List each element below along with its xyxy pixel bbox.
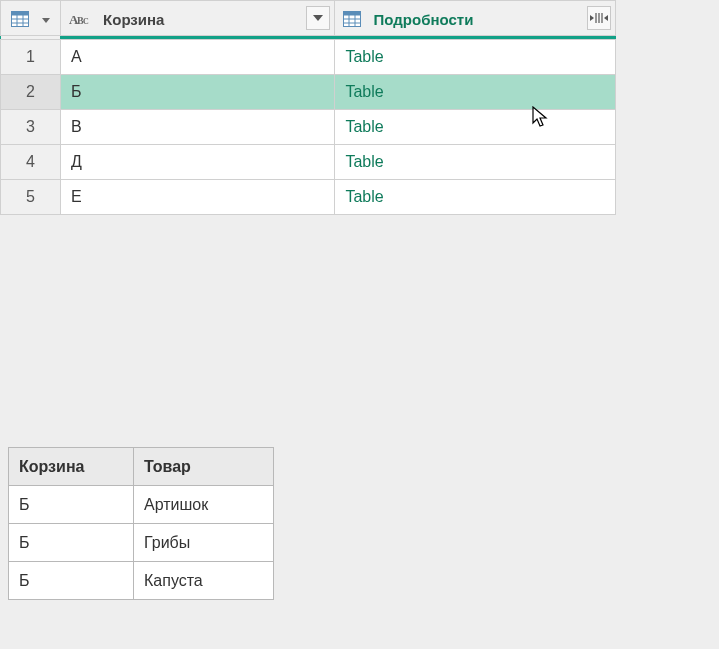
expand-icon <box>590 12 608 24</box>
row-number-cell[interactable]: 2 <box>1 75 61 110</box>
expand-column-button[interactable] <box>587 6 611 30</box>
data-cell[interactable]: Е <box>60 180 335 215</box>
table-row[interactable]: 3ВTable <box>1 110 616 145</box>
text-type-icon: A B C <box>69 11 91 27</box>
data-cell[interactable]: В <box>60 110 335 145</box>
preview-cell[interactable]: Б <box>9 486 134 524</box>
table-link-cell[interactable]: Table <box>335 40 616 75</box>
column-header-podrobnosti[interactable]: Подробности <box>335 1 616 36</box>
table-type-icon <box>343 11 361 27</box>
data-cell[interactable]: Д <box>60 145 335 180</box>
svg-rect-10 <box>344 11 361 15</box>
table-row[interactable]: 2БTable <box>1 75 616 110</box>
preview-header-row: Корзина Товар <box>9 448 274 486</box>
table-row[interactable]: 4ДTable <box>1 145 616 180</box>
preview-cell[interactable]: Б <box>9 562 134 600</box>
table-link-cell[interactable]: Table <box>335 145 616 180</box>
svg-rect-1 <box>12 11 29 15</box>
main-area: A B C Корзина <box>0 0 719 215</box>
preview-column-header[interactable]: Товар <box>134 448 274 486</box>
preview-cell[interactable]: Капуста <box>134 562 274 600</box>
header-row: A B C Корзина <box>1 1 616 36</box>
preview-column-header[interactable]: Корзина <box>9 448 134 486</box>
column-header-korzina[interactable]: A B C Корзина <box>60 1 335 36</box>
main-data-grid: A B C Корзина <box>0 0 616 215</box>
table-icon <box>11 11 29 27</box>
preview-cell[interactable]: Артишок <box>134 486 274 524</box>
filter-dropdown-button[interactable] <box>306 6 330 30</box>
table-link-cell[interactable]: Table <box>335 75 616 110</box>
select-all-corner[interactable] <box>1 1 61 36</box>
table-row[interactable]: 5ЕTable <box>1 180 616 215</box>
preview-cell[interactable]: Грибы <box>134 524 274 562</box>
table-link-cell[interactable]: Table <box>335 110 616 145</box>
column-label: Подробности <box>374 10 474 27</box>
preview-data-grid: Корзина Товар БАртишокБГрибыБКапуста <box>8 447 274 600</box>
table-row[interactable]: 1АTable <box>1 40 616 75</box>
preview-panel: Корзина Товар БАртишокБГрибыБКапуста <box>8 447 274 600</box>
preview-cell[interactable]: Б <box>9 524 134 562</box>
column-label: Корзина <box>103 10 164 27</box>
data-cell[interactable]: Б <box>60 75 335 110</box>
corner-dropdown-icon[interactable] <box>42 10 50 27</box>
preview-row[interactable]: БКапуста <box>9 562 274 600</box>
main-grid-body: 1АTable2БTable3ВTable4ДTable5ЕTable <box>1 40 616 215</box>
row-number-cell[interactable]: 5 <box>1 180 61 215</box>
row-number-cell[interactable]: 1 <box>1 40 61 75</box>
data-cell[interactable]: А <box>60 40 335 75</box>
svg-text:C: C <box>83 17 89 26</box>
row-number-cell[interactable]: 3 <box>1 110 61 145</box>
row-number-cell[interactable]: 4 <box>1 145 61 180</box>
preview-row[interactable]: БАртишок <box>9 486 274 524</box>
table-link-cell[interactable]: Table <box>335 180 616 215</box>
preview-grid-body: БАртишокБГрибыБКапуста <box>9 486 274 600</box>
preview-row[interactable]: БГрибы <box>9 524 274 562</box>
chevron-down-icon <box>313 15 323 21</box>
